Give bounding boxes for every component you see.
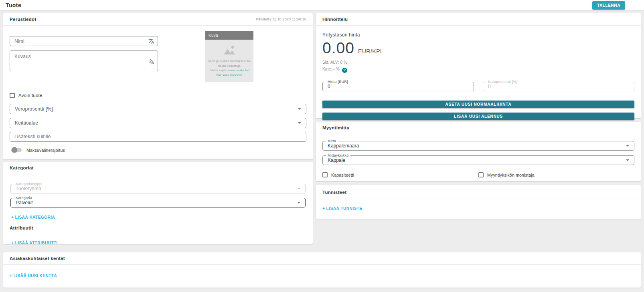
image-placeholder-icon (223, 45, 236, 55)
unit-select[interactable]: Mittayksikkö Kappale (322, 155, 634, 165)
add-discount-button[interactable]: LISÄÄ UUSI ALENNUS (322, 113, 634, 120)
help-icon[interactable]: ? (342, 68, 347, 73)
chevron-down-icon (626, 159, 629, 161)
sales-unit-multiplier-label: Myyntiyksikön monistaja (487, 173, 535, 177)
payment-restriction-label: Maksuvälinerajoitus (26, 148, 65, 153)
category-type-select[interactable]: Kategoriatyyppi Tuoteryhmä (10, 184, 306, 193)
margin-text: Kate: - % (322, 67, 340, 71)
capacity-label: Kapasiteetti (331, 173, 354, 177)
updated-timestamp: Päivitetty 11.10.2023 11:58:10 (256, 17, 306, 21)
panel-tunnisteet: Tunnisteet + LISÄÄ TUNNISTE (316, 185, 641, 220)
category-label: Kategoria (14, 196, 34, 200)
margin-input-label: Kateprosentti [%] (486, 80, 519, 84)
description-input[interactable] (10, 50, 158, 71)
hinnoittelu-title: Hinnoittelu (322, 17, 348, 22)
vat-text: Sis. ALV: 0 % (322, 60, 634, 64)
panel-perustiedot: Perustiedot Päivitetty 11.10.2023 11:58:… (3, 13, 313, 159)
image-upload-title: Kuva (205, 31, 253, 40)
perustiedot-title: Perustiedot (10, 17, 36, 22)
category-type-label: Kategoriatyyppi (14, 182, 44, 186)
tunnisteet-title: Tunnisteet (322, 190, 346, 195)
asiakaskentat-title: Asiakaskohtaiset kentät (10, 256, 65, 261)
margin-input-field[interactable]: Kateprosentti [%] (483, 82, 634, 91)
margin-input[interactable] (488, 84, 629, 89)
measure-select[interactable]: Mitta Kappalemäärä (322, 141, 634, 151)
sales-unit-multiplier-checkbox[interactable] (478, 172, 484, 177)
save-button[interactable]: TALLENNA (592, 1, 625, 10)
add-tag-button[interactable]: + LISÄÄ TUNNISTE (322, 206, 362, 211)
chevron-down-icon (298, 108, 301, 110)
add-custom-field-button[interactable]: + LISÄÄ UUSI KENTTÄ (10, 274, 57, 278)
tax-percent-label: Veroprosentti [%] (15, 106, 53, 112)
translate-icon (148, 58, 154, 64)
panel-asiakaskentat: Asiakaskohtaiset kentät + LISÄÄ UUSI KEN… (3, 252, 641, 288)
category-value: Palvelut (16, 200, 33, 205)
top-bar: Tuote TALLENNA (0, 0, 644, 11)
receipt-text-input[interactable] (10, 132, 306, 142)
image-upload-dropzone[interactable]: Kuva Vedä ja pudota ladataksesi tai sela… (205, 31, 253, 82)
unit-value: Kappale (328, 157, 345, 163)
open-product-label: Avoin tuote (18, 93, 43, 98)
category-type-value: Tuoteryhmä (16, 186, 41, 191)
upload-alt-prefix: Voitte myös (210, 68, 227, 72)
kitchen-area-select[interactable]: Keittiöalue (10, 118, 306, 128)
price-unit: EUR/KPL (358, 48, 383, 54)
payment-restriction-toggle[interactable] (11, 148, 22, 152)
price-input-field[interactable]: Hinta [EUR] (322, 82, 474, 91)
chevron-down-icon (298, 122, 301, 124)
capacity-checkbox[interactable] (322, 172, 328, 177)
chevron-down-icon (297, 188, 300, 189)
unit-label: Mittayksikkö (326, 153, 350, 157)
set-normal-price-button[interactable]: ASETA UUSI NORMAALIHINTA (322, 101, 634, 108)
add-attribute-button[interactable]: + LISÄÄ ATTRIBUUTTI (11, 241, 58, 245)
myyntimitta-title: Myyntimitta (322, 125, 349, 130)
category-select[interactable]: Kategoria Palvelut (10, 198, 306, 207)
chevron-down-icon (297, 202, 300, 203)
kategoriat-title: Kategoriat (10, 165, 34, 170)
price-value: 0.00 (322, 39, 354, 57)
price-input[interactable] (328, 84, 469, 89)
company-price-label: Yritystason hinta (322, 32, 634, 38)
chevron-down-icon (626, 145, 629, 147)
name-input[interactable] (10, 36, 158, 46)
translate-icon (148, 38, 154, 44)
measure-value: Kappalemäärä (328, 143, 359, 149)
measure-label: Mitta (326, 139, 338, 143)
open-product-checkbox[interactable] (10, 93, 15, 98)
panel-myyntimitta: Myyntimitta Mitta Kappalemäärä Mittayksi… (316, 122, 641, 181)
page-title: Tuote (6, 2, 21, 8)
kitchen-area-label: Keittiöalue (15, 120, 38, 126)
attribuutit-title: Attribuutit (10, 226, 306, 230)
panel-hinnoittelu: Hinnoittelu Yritystason hinta 0.00 EUR/K… (316, 13, 641, 118)
upload-drag-text: Vedä ja pudota ladataksesi tai selaa tie… (208, 59, 251, 68)
price-input-label: Hinta [EUR] (326, 80, 350, 84)
panel-kategoriat: Kategoriat Kategoriatyyppi Tuoteryhmä Ka… (3, 162, 313, 244)
add-category-button[interactable]: + LISÄÄ KATEGORIA (11, 215, 55, 220)
tax-percent-select[interactable]: Veroprosentti [%] (10, 104, 306, 114)
